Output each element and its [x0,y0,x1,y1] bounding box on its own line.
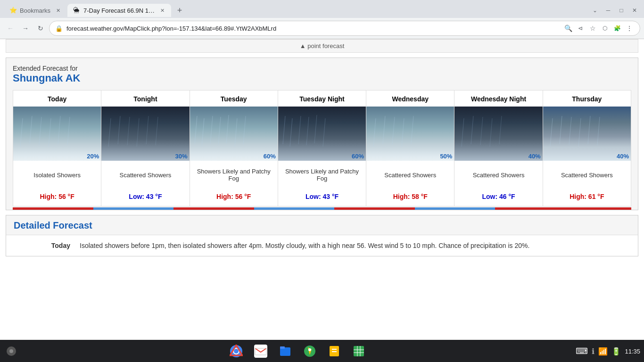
forecast-location: Shungnak AK [13,72,631,84]
svg-line-9 [137,118,139,147]
taskbar-info-icon: ℹ [592,347,594,356]
maximize-button[interactable]: □ [616,5,627,16]
new-tab-button[interactable]: + [173,4,186,17]
forecast-day-2: Tuesday 60% Showers Likely and Patchy Fo [190,90,278,206]
extensions-icon[interactable]: 🧩 [612,24,622,33]
url-box[interactable]: 🔒 forecast.weather.gov/MapClick.php?lon=… [49,21,640,36]
svg-line-17 [235,118,237,147]
svg-line-0 [20,118,23,147]
minimize-button[interactable]: ─ [603,5,614,16]
svg-line-10 [146,116,149,144]
taskbar-center [19,344,576,359]
search-icon[interactable]: 🔍 [563,24,573,33]
svg-line-33 [490,118,492,147]
back-button[interactable]: ← [4,22,17,35]
forecast-tab-close[interactable]: ✕ [159,7,165,14]
settings-circle-icon [6,346,17,357]
temp-6: High: 61 °F [543,189,631,206]
svg-line-24 [323,118,325,147]
tab-list-button[interactable]: ⌄ [589,5,601,16]
taskbar-files-icon[interactable] [278,344,293,359]
extended-forecast-section: Extended Forecast for Shungnak AK Today … [6,58,638,210]
tab-bookmarks[interactable]: ⭐ Bookmarks ✕ [4,4,67,17]
weather-img-6: 40% [543,107,631,161]
forecast-day-1: Tonight 30% Scattered Showers Low: 4 [101,90,190,206]
taskbar-right: ⌨ ℹ 📶 🔋 11:35 [576,346,640,356]
svg-line-40 [597,117,600,145]
svg-line-37 [569,117,571,145]
precip-badge-6: 40% [617,153,629,160]
tab-overflow-controls: ⌄ ─ □ ✕ [589,5,640,16]
bookmarks-tab-title: Bookmarks [20,7,50,14]
svg-line-38 [578,118,581,147]
temp-divider [13,207,631,210]
svg-line-36 [560,116,562,144]
day-name-6: Thursday [543,90,631,107]
svg-line-19 [283,116,285,144]
taskbar-chrome-icon[interactable] [229,344,244,359]
detailed-forecast-section: Detailed Forecast Today Isolated showers… [6,215,638,256]
taskbar-time: 11:35 [625,348,640,355]
day-name-1: Tonight [101,90,189,107]
weather-img-5: 40% [454,107,542,161]
hint-text: ▲ point forecast [300,42,345,49]
svg-line-13 [202,118,204,147]
detail-text-today: Isolated showers before 1pm, then isolat… [80,242,630,249]
condition-1: Scattered Showers [101,161,189,189]
svg-rect-46 [254,345,267,358]
taskbar-maps-icon[interactable] [302,344,317,359]
weather-img-4: 50% [366,107,454,161]
forecast-grid: Today 20% Isolated Showers High: 56 [13,90,631,206]
forecast-day-6: Thursday 40% Scattered Showers High: [543,90,631,206]
forecast-tab-title: 7-Day Forecast 66.9N 157.11W [83,7,156,14]
svg-point-51 [308,348,311,351]
day-name-2: Tuesday [190,90,278,107]
url-action-icons: 🔍 ⊲ ☆ ⬡ 🧩 ⋮ [563,24,634,33]
capture-icon[interactable]: ⬡ [600,24,610,33]
svg-line-18 [243,116,246,144]
temp-5: Low: 46 °F [454,189,542,206]
top-hint-bar: ▲ point forecast [6,39,638,53]
condition-4: Scattered Showers [366,161,454,189]
forecast-day-4: Wednesday 50% Scattered Showers High: 58… [366,90,454,206]
taskbar-sheets-icon[interactable] [351,344,366,359]
svg-line-15 [218,117,221,145]
taskbar-system-icon [4,344,19,359]
bookmarks-tab-icon: ⭐ [9,7,17,14]
temp-0: High: 56 °F [13,189,101,206]
forecast-tab-icon: 🌦 [73,7,81,14]
precip-badge-4: 50% [440,153,452,160]
temp-2: High: 56 °F [190,189,278,206]
forecast-day-3: Tuesday Night 60% Showers Likely and Pat… [278,90,366,206]
svg-line-30 [462,118,464,147]
browser-chrome: ⭐ Bookmarks ✕ 🌦 7-Day Forecast 66.9N 157… [0,0,644,39]
svg-line-22 [306,117,309,145]
share-icon[interactable]: ⊲ [576,24,585,33]
forecast-header: Extended Forecast for Shungnak AK [13,65,631,84]
browser-menu-icon[interactable]: ⋮ [625,24,634,33]
taskbar-left [4,344,19,359]
taskbar-gmail-icon[interactable] [253,344,268,359]
detailed-forecast-body: Today Isolated showers before 1pm, then … [6,235,638,256]
svg-line-35 [550,118,553,147]
lock-icon: 🔒 [55,25,63,32]
tab-forecast[interactable]: 🌦 7-Day Forecast 66.9N 157.11W ✕ [67,4,171,17]
svg-line-27 [392,117,395,145]
svg-point-45 [234,349,239,354]
taskbar-keep-icon[interactable] [327,344,342,359]
forward-button[interactable]: → [19,22,32,35]
svg-line-28 [402,118,404,147]
condition-2: Showers Likely and Patchy Fog [190,161,278,189]
detail-row-today: Today Isolated showers before 1pm, then … [6,235,638,256]
weather-img-2: 60% [190,107,278,161]
refresh-button[interactable]: ↻ [34,22,47,35]
precip-badge-2: 60% [264,153,276,160]
star-icon[interactable]: ☆ [588,24,597,33]
svg-line-4 [58,116,60,144]
bookmarks-tab-close[interactable]: ✕ [54,7,62,14]
close-window-button[interactable]: ✕ [629,5,640,16]
day-name-3: Tuesday Night [278,90,366,107]
temp-1: Low: 43 °F [101,189,189,206]
svg-line-20 [290,118,292,147]
address-bar: ← → ↻ 🔒 forecast.weather.gov/MapClick.ph… [0,18,644,39]
